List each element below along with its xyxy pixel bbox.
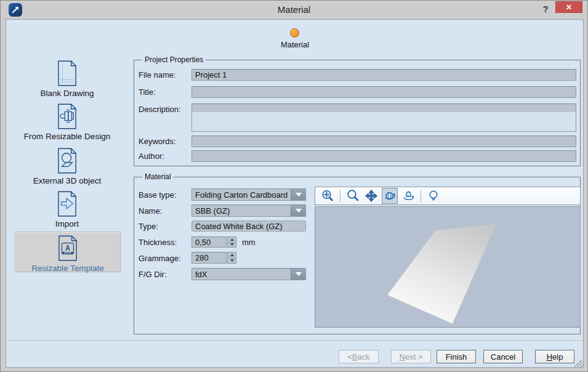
material-group: Material Base type: Folding Carton Cardb… xyxy=(134,177,581,334)
material-dialog: Material ? ✕ Material Blank Drawing xyxy=(0,0,588,372)
grammage-spin-up-icon[interactable] xyxy=(228,253,236,258)
toolbar-separator xyxy=(340,190,340,202)
svg-text:A: A xyxy=(65,245,70,251)
sidebar-item-import[interactable]: Import xyxy=(12,191,123,228)
wizard-step-label: Material xyxy=(258,40,332,49)
rotate-orbit-button[interactable] xyxy=(382,188,398,204)
resizable-template-icon: A xyxy=(58,235,78,261)
material-group-label: Material xyxy=(142,172,174,181)
zoom-button[interactable] xyxy=(345,188,361,204)
thickness-spin-down-icon[interactable] xyxy=(228,243,236,248)
thickness-spin-up-icon[interactable] xyxy=(228,237,236,243)
light-button[interactable] xyxy=(425,188,441,204)
project-properties-group: Project Properties File name: Project 1 … xyxy=(134,60,581,166)
thickness-label: Thickness: xyxy=(139,238,177,247)
sidebar-item-label: Resizable Template xyxy=(15,264,120,273)
pan-button[interactable] xyxy=(363,188,379,204)
preview-toolbar xyxy=(315,187,581,205)
rotate-turntable-icon xyxy=(401,189,415,203)
type-label: Type: xyxy=(139,222,158,231)
material-3d-preview[interactable] xyxy=(315,206,581,328)
close-icon: ✕ xyxy=(566,3,572,12)
grammage-spinner[interactable] xyxy=(227,252,236,264)
footer-separator-highlight xyxy=(8,341,582,342)
zoom-extents-icon xyxy=(321,189,334,203)
close-button[interactable]: ✕ xyxy=(555,1,582,13)
rotate-orbit-icon xyxy=(383,189,397,203)
finish-button[interactable]: Finish xyxy=(437,350,476,363)
help-button[interactable]: ? xyxy=(540,4,551,14)
file-name-field[interactable]: Project 1 xyxy=(191,69,576,81)
cancel-button[interactable]: Cancel xyxy=(483,350,523,363)
sidebar-item-label: Blank Drawing xyxy=(12,89,123,98)
grammage-field[interactable]: 280 xyxy=(191,252,227,264)
pan-icon xyxy=(364,189,378,203)
type-field[interactable]: Coated White Back (GZ) xyxy=(191,220,306,232)
back-button[interactable]: < Back xyxy=(339,350,379,363)
rotate-turntable-button[interactable] xyxy=(400,188,416,204)
base-type-select[interactable]: Folding Carton Cardboard xyxy=(191,188,306,201)
title-label: Title: xyxy=(139,87,156,97)
thickness-field[interactable]: 0,50 xyxy=(191,237,227,248)
thickness-spinner[interactable] xyxy=(227,237,236,248)
light-bulb-icon xyxy=(427,189,440,203)
sidebar-item-label: External 3D object xyxy=(12,176,123,185)
grammage-spin-down-icon[interactable] xyxy=(228,258,236,263)
dialog-body: Material Blank Drawing xyxy=(6,19,584,368)
titlebar[interactable]: Material ? ✕ xyxy=(1,1,587,19)
name-select[interactable]: SBB (GZ) xyxy=(191,204,306,217)
sidebar-item-label: Import xyxy=(12,219,123,228)
name-dropdown-arrow-icon[interactable] xyxy=(291,205,305,216)
resize-grip[interactable] xyxy=(573,359,583,367)
base-type-value: Folding Carton Cardboard xyxy=(195,190,288,200)
author-label: Author: xyxy=(139,152,164,161)
next-button[interactable]: Next > xyxy=(391,350,431,363)
zoom-extents-button[interactable] xyxy=(320,188,336,204)
zoom-icon xyxy=(346,189,360,203)
sidebar-item-from-resizable-design[interactable]: From Resizable Design xyxy=(12,103,123,141)
help-button[interactable]: Help xyxy=(535,350,574,363)
sheet-preview-graphic xyxy=(315,207,580,327)
keywords-field[interactable] xyxy=(191,135,576,147)
sidebar-item-external-3d-object[interactable]: External 3D object xyxy=(12,148,123,185)
title-field[interactable] xyxy=(191,86,576,98)
base-type-label: Base type: xyxy=(139,190,176,200)
grammage-label: Grammage: xyxy=(139,254,181,263)
base-type-dropdown-arrow-icon[interactable] xyxy=(291,189,305,200)
file-name-label: File name: xyxy=(139,70,176,79)
fg-dir-dropdown-arrow-icon[interactable] xyxy=(291,269,305,280)
external-3d-object-icon xyxy=(57,148,77,174)
author-field[interactable] xyxy=(191,150,576,162)
import-icon xyxy=(57,191,77,217)
blank-drawing-icon xyxy=(57,60,77,86)
description-field[interactable] xyxy=(191,103,576,132)
sidebar-item-label: From Resizable Design xyxy=(12,132,123,141)
wizard-step-dot-icon[interactable] xyxy=(290,28,299,38)
name-value: SBB (GZ) xyxy=(195,206,230,216)
keywords-label: Keywords: xyxy=(139,137,176,146)
fg-dir-value: fdX xyxy=(195,270,207,279)
thickness-unit: mm xyxy=(242,238,256,247)
from-resizable-design-icon xyxy=(57,103,77,129)
fg-dir-select[interactable]: fdX xyxy=(191,268,306,280)
fg-dir-label: F/G Dir: xyxy=(139,270,167,279)
sidebar-item-blank-drawing[interactable]: Blank Drawing xyxy=(12,60,123,98)
name-label: Name: xyxy=(139,206,162,216)
window-title: Material xyxy=(1,4,587,15)
toolbar-separator xyxy=(421,190,421,202)
description-label: Description: xyxy=(139,105,181,114)
project-properties-group-label: Project Properties xyxy=(142,55,206,64)
sidebar-item-resizable-template[interactable]: A Resizable Template xyxy=(15,232,121,272)
